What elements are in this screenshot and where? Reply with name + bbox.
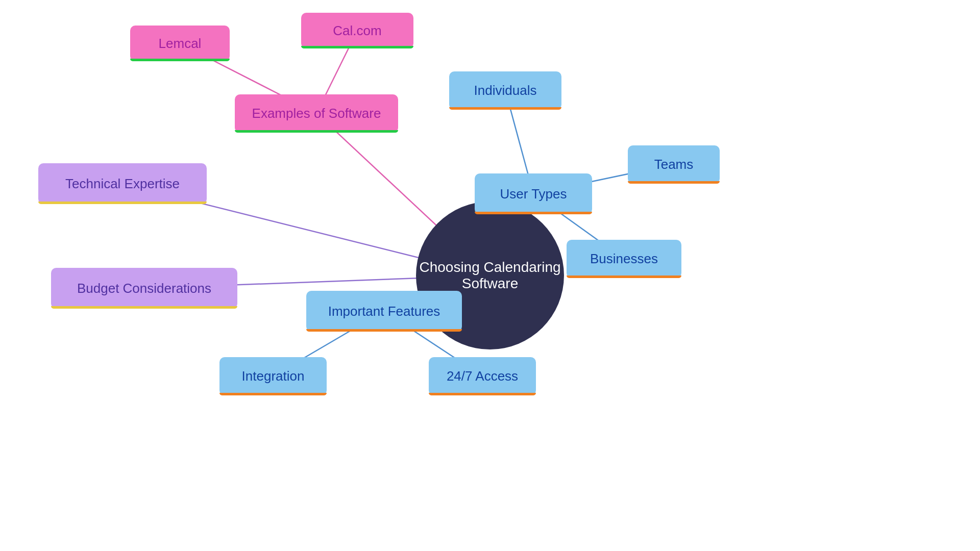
node-teams[interactable]: Teams [628, 145, 720, 184]
node-calcom[interactable]: Cal.com [301, 13, 413, 48]
node-lemcal[interactable]: Lemcal [130, 26, 230, 61]
node-lemcal-label: Lemcal [159, 36, 202, 52]
node-integration-label: Integration [242, 368, 305, 384]
node-calcom-label: Cal.com [333, 23, 381, 39]
node-businesses[interactable]: Businesses [567, 240, 681, 278]
center-label: Choosing CalendaringSoftware [419, 259, 560, 292]
node-technical[interactable]: Technical Expertise [38, 163, 207, 204]
node-examples-label: Examples of Software [252, 106, 381, 121]
node-user-types-label: User Types [500, 186, 567, 202]
node-access[interactable]: 24/7 Access [429, 357, 536, 395]
node-individuals-label: Individuals [474, 83, 537, 98]
node-important-features-label: Important Features [328, 304, 440, 319]
node-examples[interactable]: Examples of Software [235, 94, 398, 133]
node-integration[interactable]: Integration [219, 357, 327, 395]
node-user-types[interactable]: User Types [475, 173, 592, 214]
node-individuals[interactable]: Individuals [449, 71, 561, 110]
node-budget-label: Budget Considerations [77, 281, 211, 296]
node-businesses-label: Businesses [590, 251, 658, 267]
node-technical-label: Technical Expertise [65, 176, 180, 192]
node-access-label: 24/7 Access [447, 368, 518, 384]
node-important-features[interactable]: Important Features [306, 291, 462, 332]
node-budget[interactable]: Budget Considerations [51, 268, 237, 309]
node-teams-label: Teams [654, 157, 694, 172]
